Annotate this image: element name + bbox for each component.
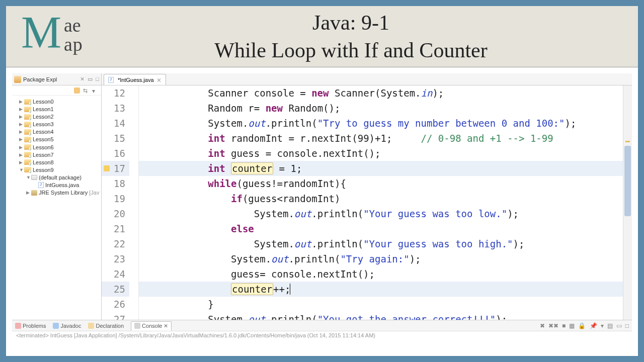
tree-item-project[interactable]: ▶Lesson1 bbox=[13, 105, 100, 113]
package-explorer-toolbar: ⇆ ▾ bbox=[12, 85, 101, 96]
remove-launch-icon[interactable]: ✖ bbox=[540, 322, 545, 329]
tree-item[interactable]: ▶JRE System Library [Jav bbox=[13, 189, 100, 196]
pkg-icon bbox=[31, 175, 37, 180]
console-toolbar: ✖ ✖✖ ■ ▦ 🔒 📌 ▾ ▤ ▭ □ bbox=[538, 322, 629, 329]
tree-item-project[interactable]: ▶Lesson2 bbox=[13, 113, 100, 120]
maximize-panel-icon[interactable]: □ bbox=[625, 322, 629, 329]
problems-tab-icon bbox=[15, 323, 21, 329]
tree-item-project[interactable]: ▶Lesson6 bbox=[13, 143, 100, 151]
close-tab-icon[interactable]: ⨯ bbox=[164, 323, 168, 329]
project-folder-icon bbox=[24, 122, 31, 127]
package-explorer-icon bbox=[14, 76, 21, 83]
tree-item-project[interactable]: ▶Lesson7 bbox=[13, 151, 100, 158]
tree-item-project[interactable]: ▶Lesson3 bbox=[13, 120, 100, 128]
package-explorer-header: Package Expl ⨯ ▭ □ bbox=[12, 73, 101, 85]
tree-item-file[interactable]: IntGuess.java bbox=[13, 181, 100, 189]
declaration-tab-icon bbox=[88, 323, 94, 329]
console-tab-javadoc[interactable]: Javadoc bbox=[53, 323, 81, 329]
project-folder-icon bbox=[24, 159, 31, 165]
collapse-all-icon[interactable]: ⇆ bbox=[83, 87, 89, 94]
logo-line2: ap bbox=[64, 35, 83, 54]
lib-icon bbox=[31, 190, 37, 196]
project-folder-icon bbox=[24, 167, 31, 172]
editor-tab-label: *IntGuess.java bbox=[118, 77, 154, 83]
package-explorer[interactable]: Package Expl ⨯ ▭ □ ⇆ ▾ ▶Lesson0▶Lesson1▶… bbox=[12, 73, 102, 320]
remove-all-launches-icon[interactable]: ✖✖ bbox=[548, 322, 558, 329]
console-tab-declaration[interactable]: Declaration bbox=[88, 323, 124, 329]
project-folder-icon bbox=[24, 114, 31, 120]
project-folder-icon bbox=[24, 99, 31, 105]
tree-item-project[interactable]: ▶Lesson4 bbox=[13, 128, 100, 135]
video-header: M ae ap Java: 9-1 While Loop with If and… bbox=[6, 6, 638, 67]
close-tab-icon[interactable]: ⨯ bbox=[156, 76, 162, 83]
bottom-panel-tabs: ProblemsJavadocDeclarationConsole ⨯ ✖ ✖✖… bbox=[12, 320, 632, 331]
tree-item-project[interactable]: ▼Lesson9 bbox=[13, 166, 100, 173]
editor-scrollbar[interactable] bbox=[623, 85, 632, 320]
minimize-view-icon[interactable]: ▭ bbox=[88, 76, 93, 82]
console-status: <terminated> IntGuess [Java Application]… bbox=[12, 331, 632, 350]
tree-item[interactable]: ▼(default package) bbox=[13, 173, 100, 181]
logo-line1: ae bbox=[64, 16, 83, 35]
display-selected-console-icon[interactable]: ▾ bbox=[601, 322, 604, 329]
scrollbar-thumb[interactable] bbox=[624, 146, 631, 216]
java-file-icon bbox=[108, 77, 114, 83]
console-tab-console[interactable]: Console ⨯ bbox=[131, 321, 172, 331]
title-line2: While Loop with If and Counter bbox=[104, 37, 598, 64]
maximize-view-icon[interactable]: □ bbox=[96, 76, 99, 82]
project-folder-icon bbox=[24, 152, 31, 157]
tree-item-project[interactable]: ▶Lesson5 bbox=[13, 135, 100, 143]
console-tab-icon bbox=[134, 323, 140, 329]
logo-letter: M bbox=[21, 7, 61, 58]
open-console-icon[interactable]: ▤ bbox=[607, 322, 613, 329]
logo: M ae ap bbox=[21, 12, 104, 62]
eclipse-ide: Package Expl ⨯ ▭ □ ⇆ ▾ ▶Lesson0▶Lesson1▶… bbox=[12, 73, 632, 350]
overview-mark[interactable] bbox=[625, 141, 630, 142]
link-with-editor-icon[interactable] bbox=[74, 87, 80, 94]
project-folder-icon bbox=[24, 107, 31, 112]
scroll-lock-icon[interactable]: 🔒 bbox=[578, 322, 586, 329]
terminate-icon[interactable]: ■ bbox=[562, 322, 566, 329]
editor-tab-bar: *IntGuess.java ⨯ bbox=[102, 73, 632, 85]
tree-item-project[interactable]: ▶Lesson8 bbox=[13, 158, 100, 166]
package-explorer-title: Package Expl bbox=[23, 76, 78, 82]
tree-item-project[interactable]: ▶Lesson0 bbox=[13, 98, 100, 105]
code-editor[interactable]: 1213141516171819202122232425262728 Scann… bbox=[102, 85, 632, 320]
project-tree[interactable]: ▶Lesson0▶Lesson1▶Lesson2▶Lesson3▶Lesson4… bbox=[12, 96, 101, 198]
pin-console-icon[interactable]: 📌 bbox=[590, 322, 597, 329]
title-line1: Java: 9-1 bbox=[104, 9, 598, 37]
bottom-panel: ProblemsJavadocDeclarationConsole ⨯ ✖ ✖✖… bbox=[12, 320, 632, 350]
view-menu-icon[interactable]: ▾ bbox=[92, 87, 98, 94]
javadoc-tab-icon bbox=[53, 323, 59, 329]
line-number-gutter: 1213141516171819202122232425262728 bbox=[102, 85, 139, 320]
close-view-icon[interactable]: ⨯ bbox=[80, 76, 85, 82]
console-tab-problems[interactable]: Problems bbox=[15, 323, 46, 329]
project-folder-icon bbox=[24, 144, 31, 150]
clear-console-icon[interactable]: ▦ bbox=[569, 322, 575, 329]
code-text[interactable]: Scanner console = new Scanner(System.in)… bbox=[139, 85, 623, 320]
editor-tab-intguess[interactable]: *IntGuess.java ⨯ bbox=[104, 74, 166, 85]
project-folder-icon bbox=[24, 129, 31, 135]
project-folder-icon bbox=[24, 137, 31, 142]
java-file-icon bbox=[38, 182, 44, 188]
minimize-panel-icon[interactable]: ▭ bbox=[616, 322, 622, 329]
editor-area: *IntGuess.java ⨯ 12131415161718192021222… bbox=[102, 73, 632, 320]
title-block: Java: 9-1 While Loop with If and Counter bbox=[104, 9, 638, 64]
